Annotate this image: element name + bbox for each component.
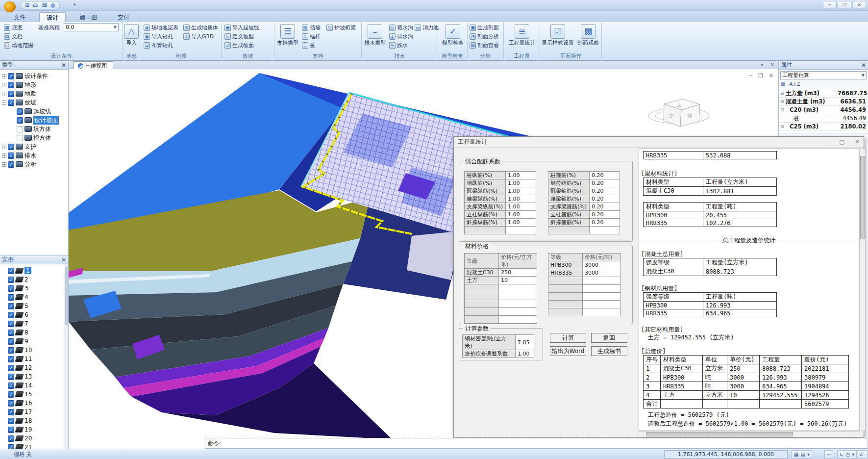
document-button[interactable]: ▤文档 xyxy=(4,32,23,40)
qat-overflow-icon[interactable]: ▾ xyxy=(74,2,76,7)
new-file-icon[interactable]: ⊞ xyxy=(25,2,29,8)
tree-item-label[interactable]: 分析 xyxy=(25,160,36,169)
angle-icon[interactable]: ∠ xyxy=(859,452,864,457)
expand-icon[interactable]: + xyxy=(2,92,6,96)
tree-item-地质[interactable]: +✓地质 xyxy=(0,89,68,98)
support-type-button[interactable]: ☰ 支挡类型 xyxy=(275,23,300,52)
instance-item[interactable]: ✓4 xyxy=(0,293,68,302)
instance-label[interactable]: 10 xyxy=(25,347,32,354)
maximize-button[interactable]: ❐ xyxy=(838,1,851,8)
retaining-wall-button[interactable]: ▥挡墙 xyxy=(302,24,321,31)
polar-icon[interactable]: ◷ xyxy=(845,452,850,457)
tree-item-分析[interactable]: +✓分析 xyxy=(0,160,68,169)
snap-icon[interactable]: ⊹ xyxy=(827,452,831,457)
instance-item[interactable]: ✓7 xyxy=(0,319,68,328)
collapse-icon[interactable]: ⊟ xyxy=(779,107,786,112)
tree-item-label[interactable]: 设计条件 xyxy=(25,72,48,80)
instance-label[interactable]: 20 xyxy=(25,435,32,442)
checkbox[interactable]: ✓ xyxy=(8,285,14,292)
section-analysis-button[interactable]: ◔剖面分析 xyxy=(470,32,499,40)
checkbox[interactable]: ✓ xyxy=(8,418,14,424)
checkbox[interactable] xyxy=(17,135,23,141)
expand-icon[interactable]: + xyxy=(2,153,6,158)
checkbox[interactable]: ✓ xyxy=(8,312,14,318)
checkbox[interactable]: ✓ xyxy=(8,427,14,433)
tree-item-label[interactable]: 支护 xyxy=(25,143,36,151)
instance-label[interactable]: 15 xyxy=(25,391,32,398)
import-borehole-button[interactable]: ⊕导入钻孔 xyxy=(144,32,173,40)
section-view-button[interactable]: ▨剖面查看 xyxy=(470,41,499,49)
checkbox[interactable]: ✓ xyxy=(8,100,14,106)
instance-item[interactable]: ✓1 xyxy=(0,266,68,275)
checkbox[interactable]: ✓ xyxy=(8,144,14,150)
dialog-title-bar[interactable]: 工程量统计 ─ □ ✕ xyxy=(454,137,864,148)
instance-label[interactable]: 14 xyxy=(25,382,32,389)
property-row[interactable]: ⊟C20 (m3)4456.49 xyxy=(779,106,868,114)
checkbox[interactable]: ✓ xyxy=(17,117,23,124)
tree-item-支护[interactable]: +✓支护 xyxy=(0,142,68,151)
instance-label[interactable]: 18 xyxy=(25,417,32,424)
expand-icon[interactable]: + xyxy=(2,74,6,78)
tree-item-label[interactable]: 地形 xyxy=(25,81,36,89)
close-icon[interactable]: ✕ xyxy=(861,62,866,69)
tab-construction-drawing[interactable]: 施工图 xyxy=(73,12,104,23)
site-strata-button[interactable]: ≣场地地层表 xyxy=(144,24,178,31)
instance-label[interactable]: 6 xyxy=(25,311,28,318)
instance-item[interactable]: ✓12 xyxy=(0,363,68,372)
quantity-stats-button[interactable]: ≡ 工程量统计 xyxy=(505,23,539,52)
instance-label[interactable]: 8 xyxy=(25,329,28,336)
checkbox[interactable]: ✓ xyxy=(8,382,14,389)
tree-item-设计条件[interactable]: +✓设计条件 xyxy=(0,72,68,80)
instance-item[interactable]: ✓18 xyxy=(0,416,68,425)
collapse-icon[interactable]: ⊟ xyxy=(779,99,786,104)
checkbox[interactable]: ✓ xyxy=(8,153,14,159)
instance-label[interactable]: 3 xyxy=(25,285,28,292)
instance-label[interactable]: 7 xyxy=(25,320,28,327)
instance-item[interactable]: ✓13 xyxy=(0,372,68,381)
instance-item[interactable]: ✓9 xyxy=(0,337,68,346)
property-row[interactable]: ⊟混凝土量 (m3)6636.51 xyxy=(779,98,868,106)
define-slopetype-button[interactable]: ◺定义坡型 xyxy=(224,32,254,40)
checkbox[interactable]: ✓ xyxy=(8,303,14,309)
instance-item[interactable]: ✓16 xyxy=(0,399,68,408)
export-word-button[interactable]: 输出为Word xyxy=(550,346,586,356)
sort-az-icon[interactable]: A↓Z xyxy=(789,81,800,87)
gen-section-button[interactable]: ▣生成剖面 xyxy=(470,24,499,31)
instance-item[interactable]: ✓20 xyxy=(0,434,68,443)
checkbox[interactable]: ✓ xyxy=(8,161,14,168)
checkbox[interactable]: ✓ xyxy=(8,374,14,380)
stilling-pool-button[interactable]: ▭消力池 xyxy=(415,24,439,31)
checkbox[interactable]: ✓ xyxy=(17,108,23,115)
instance-item[interactable]: ✓8 xyxy=(0,328,68,337)
dialog-maximize-icon[interactable]: □ xyxy=(839,139,844,145)
datum-elevation-combo[interactable]: 0.0▼ xyxy=(64,23,119,31)
tree-item-label[interactable]: 设计坡面 xyxy=(33,116,59,125)
tree-item-填方体[interactable]: 填方体 xyxy=(0,125,68,133)
report-area[interactable]: HRB335532.688 [梁材料统计] 材料类型工程量(立方米)混凝土C30… xyxy=(639,149,859,431)
report-horizontal-scrollbar[interactable] xyxy=(639,431,859,437)
import-g3d-button[interactable]: ◫导入G3D xyxy=(183,32,214,40)
tree-item-地形[interactable]: +✓地形 xyxy=(0,80,68,89)
checkbox[interactable]: ✓ xyxy=(8,277,14,283)
minimize-button[interactable]: ─ xyxy=(823,1,837,8)
checkbox[interactable]: ✓ xyxy=(8,338,14,345)
import-terrain-button[interactable]: △ 导入 xyxy=(119,23,144,52)
instance-label[interactable]: 13 xyxy=(25,373,32,380)
chevron-down-icon[interactable]: ▾ xyxy=(761,62,764,67)
instance-item[interactable]: ✓2 xyxy=(0,275,68,284)
tree-item-起坡线[interactable]: ✓起坡线 xyxy=(0,107,68,116)
app-logo-icon[interactable] xyxy=(3,0,17,13)
dialog-minimize-icon[interactable]: ─ xyxy=(825,139,829,145)
instance-label[interactable]: 4 xyxy=(25,294,28,301)
chevron-down-icon[interactable]: ▾ xyxy=(807,452,810,457)
property-row[interactable]: ⊟土方量 (m3)76667.75 xyxy=(779,89,868,98)
tree-item-挖方体[interactable]: 挖方体 xyxy=(0,133,68,142)
property-row[interactable]: ⊟C25 (m3)2180.02 xyxy=(779,123,868,131)
checkbox[interactable] xyxy=(17,126,23,132)
gen-geobody-button[interactable]: ≋生成地质体 xyxy=(183,24,218,31)
instance-label[interactable]: 11 xyxy=(25,356,32,362)
anchor-button[interactable]: ⌇锚杆 xyxy=(302,32,321,40)
checkbox[interactable]: ✓ xyxy=(8,409,14,415)
checkbox[interactable]: ✓ xyxy=(8,444,14,449)
tree-item-label[interactable]: 排水 xyxy=(25,152,36,160)
